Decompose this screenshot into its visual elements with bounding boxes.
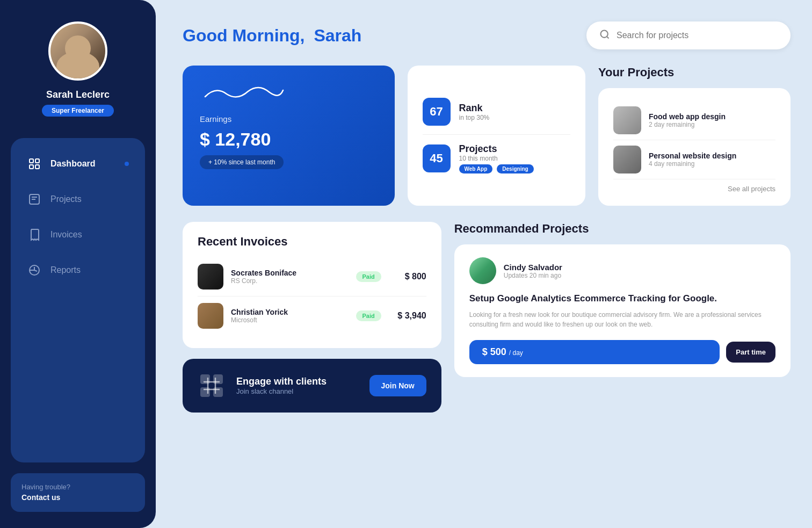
- projects-value: 45: [423, 144, 451, 172]
- join-button[interactable]: Join Now: [369, 375, 426, 396]
- see-all-projects[interactable]: See all projects: [613, 185, 775, 193]
- earnings-amount: $ 12,780: [200, 129, 378, 150]
- rank-value: 67: [423, 98, 451, 126]
- header: Good Morning, Sarah: [183, 21, 791, 49]
- engage-text: Engage with clients Join slack channel: [236, 376, 359, 395]
- project-tags: Web App Designing: [459, 164, 534, 173]
- search-input[interactable]: [617, 31, 778, 40]
- rank-stat: 67 Rank in top 30%: [423, 98, 570, 126]
- svg-rect-7: [200, 374, 210, 384]
- projects-label: Projects: [459, 143, 534, 155]
- contact-box[interactable]: Having trouble? Contact us: [11, 473, 145, 512]
- price-value: $ 500: [482, 346, 506, 357]
- projects-icon: [27, 192, 42, 207]
- divider: [423, 134, 570, 135]
- project-info-1: Food web app desgin 2 day remaining: [649, 112, 726, 128]
- project-name-1: Food web app desgin: [649, 112, 726, 121]
- invoice-info-1: Socrates Boniface RS Corp.: [231, 269, 349, 285]
- stats-row: Earnings $ 12,780 + 10% since last month…: [183, 66, 791, 206]
- earnings-label: Earnings: [200, 114, 378, 124]
- engage-sub: Join slack channel: [236, 387, 359, 395]
- invoice-avatar-1: [198, 264, 223, 290]
- rank-info: Rank in top 30%: [459, 103, 490, 121]
- price-button[interactable]: $ 500 / day: [469, 340, 720, 364]
- invoice-name-1: Socrates Boniface: [231, 269, 349, 277]
- slack-icon: [198, 372, 226, 400]
- dashboard-icon: [27, 156, 42, 171]
- svg-rect-3: [35, 165, 39, 169]
- invoice-row-2: Christian Yorick Microsoft Paid $ 3,940: [198, 296, 426, 335]
- projects-card: Food web app desgin 2 day remaining Pers…: [598, 88, 791, 206]
- tag-designing: Designing: [497, 164, 533, 173]
- recommended-title: Recommanded Projects: [454, 222, 791, 236]
- projects-sub: 10 this month: [459, 155, 534, 162]
- price-per: / day: [509, 349, 523, 357]
- project-name-2: Personal website design: [649, 151, 736, 160]
- project-item-1: Food web app desgin 2 day remaining: [613, 101, 775, 140]
- invoices-icon: [27, 227, 42, 242]
- svg-rect-9: [200, 387, 210, 397]
- rec-poster-name: Cindy Salvador: [504, 263, 562, 272]
- project-remaining-2: 4 day remaining: [649, 160, 736, 168]
- stats-mini-card: 67 Rank in top 30% 45 Projects 10 this m…: [408, 66, 585, 206]
- greeting: Good Morning, Sarah: [183, 26, 361, 46]
- sidebar-item-label: Reports: [50, 265, 81, 275]
- svg-rect-2: [30, 165, 33, 169]
- main-content: Good Morning, Sarah Earnings $ 12,780: [156, 0, 812, 528]
- rec-footer: $ 500 / day Part time: [469, 340, 775, 364]
- sidebar-item-reports[interactable]: Reports: [16, 255, 140, 285]
- svg-rect-1: [35, 159, 39, 163]
- search-bar[interactable]: [586, 21, 791, 49]
- earnings-card: Earnings $ 12,780 + 10% since last month: [183, 66, 395, 206]
- recommended-card: Cindy Salvador Updates 20 min ago Setup …: [454, 244, 791, 377]
- invoice-amount-2: $ 3,940: [389, 311, 426, 321]
- right-col: Recommanded Projects Cindy Salvador Upda…: [454, 222, 791, 377]
- invoice-row-1: Socrates Boniface RS Corp. Paid $ 800: [198, 257, 426, 296]
- contact-line1: Having trouble?: [21, 483, 70, 491]
- invoice-info-2: Christian Yorick Microsoft: [231, 308, 349, 324]
- earnings-badge: + 10% since last month: [200, 155, 284, 169]
- invoice-amount-1: $ 800: [389, 272, 426, 281]
- your-projects-title: Your Projects: [598, 66, 791, 79]
- earnings-chart: [200, 81, 378, 107]
- invoices-title: Recent Invoices: [198, 235, 426, 249]
- user-badge: Super Freelancer: [42, 105, 114, 117]
- sidebar-item-invoices[interactable]: Invoices: [16, 220, 140, 250]
- search-icon: [599, 29, 610, 42]
- rec-poster-info: Cindy Salvador Updates 20 min ago: [504, 263, 562, 279]
- rec-project-desc: Looking for a fresh new look for our bou…: [469, 310, 775, 329]
- greeting-name: Sarah: [314, 26, 361, 45]
- invoice-name-2: Christian Yorick: [231, 308, 349, 316]
- active-dot: [125, 162, 129, 166]
- rec-project-title: Setup Google Analytics Ecommerce Trackin…: [469, 293, 775, 305]
- engage-card: Engage with clients Join slack channel J…: [183, 359, 441, 413]
- invoice-company-1: RS Corp.: [231, 277, 349, 285]
- svg-rect-10: [213, 387, 223, 397]
- part-time-button[interactable]: Part time: [726, 342, 775, 363]
- rec-poster-avatar: [469, 257, 496, 284]
- invoice-status-1: Paid: [356, 271, 381, 282]
- svg-point-6: [601, 31, 608, 38]
- sidebar-item-dashboard[interactable]: Dashboard: [16, 149, 140, 179]
- your-projects-section: Your Projects Food web app desgin 2 day …: [598, 66, 791, 206]
- rec-header: Cindy Salvador Updates 20 min ago: [469, 257, 775, 284]
- sidebar: Sarah Leclerc Super Freelancer Dashboard: [0, 0, 156, 528]
- invoice-company-2: Microsoft: [231, 316, 349, 324]
- sidebar-item-label: Projects: [50, 194, 82, 204]
- user-name: Sarah Leclerc: [46, 89, 110, 100]
- invoice-status-2: Paid: [356, 310, 381, 321]
- projects-info: Projects 10 this month Web App Designing: [459, 143, 534, 173]
- sidebar-item-projects[interactable]: Projects: [16, 184, 140, 214]
- bottom-row: Recent Invoices Socrates Boniface RS Cor…: [183, 222, 791, 413]
- tag-webapp: Web App: [459, 164, 493, 173]
- invoice-avatar-2: [198, 303, 223, 329]
- project-thumb-2: [613, 146, 641, 173]
- project-thumb-1: [613, 106, 641, 134]
- rank-sub: in top 30%: [459, 114, 490, 121]
- contact-line2: Contact us: [21, 492, 134, 503]
- nav-menu: Dashboard Projects Invoices: [11, 138, 145, 462]
- greeting-prefix: Good Morning,: [183, 26, 305, 45]
- svg-rect-0: [30, 159, 33, 163]
- engage-title: Engage with clients: [236, 376, 359, 387]
- project-remaining-1: 2 day remaining: [649, 121, 726, 128]
